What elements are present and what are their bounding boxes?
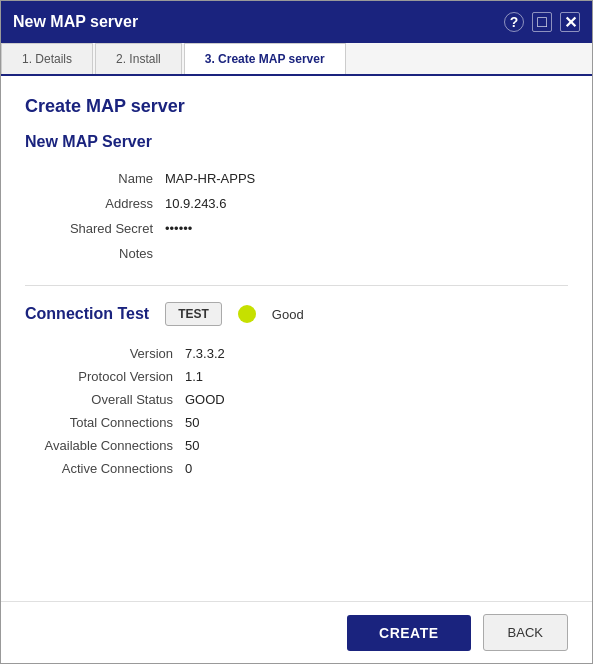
version-label: Version — [25, 346, 185, 361]
active-connections-label: Active Connections — [25, 461, 185, 476]
available-connections-value: 50 — [185, 438, 199, 453]
detail-row-name: Name MAP-HR-APPS — [25, 171, 568, 186]
address-label: Address — [25, 196, 165, 211]
name-label: Name — [25, 171, 165, 186]
info-row-active-connections: Active Connections 0 — [25, 461, 568, 476]
footer: CREATE BACK — [1, 601, 592, 663]
titlebar-controls: ? □ ✕ — [504, 12, 580, 32]
back-button[interactable]: BACK — [483, 614, 568, 651]
connection-test-label: Connection Test — [25, 305, 149, 323]
window-title: New MAP server — [13, 13, 138, 31]
help-icon[interactable]: ? — [504, 12, 524, 32]
connection-info-table: Version 7.3.3.2 Protocol Version 1.1 Ove… — [25, 346, 568, 476]
close-button[interactable]: ✕ — [560, 12, 580, 32]
info-row-protocol-version: Protocol Version 1.1 — [25, 369, 568, 384]
version-value: 7.3.3.2 — [185, 346, 225, 361]
tab-details[interactable]: 1. Details — [1, 43, 93, 74]
detail-row-shared-secret: Shared Secret •••••• — [25, 221, 568, 236]
tab-install[interactable]: 2. Install — [95, 43, 182, 74]
section-title: New MAP Server — [25, 133, 568, 151]
window: New MAP server ? □ ✕ 1. Details 2. Insta… — [0, 0, 593, 664]
test-button[interactable]: TEST — [165, 302, 222, 326]
details-table: Name MAP-HR-APPS Address 10.9.243.6 Shar… — [25, 171, 568, 261]
notes-label: Notes — [25, 246, 165, 261]
detail-row-address: Address 10.9.243.6 — [25, 196, 568, 211]
info-row-available-connections: Available Connections 50 — [25, 438, 568, 453]
tab-create[interactable]: 3. Create MAP server — [184, 43, 346, 74]
overall-status-value: GOOD — [185, 392, 225, 407]
info-row-overall-status: Overall Status GOOD — [25, 392, 568, 407]
detail-row-notes: Notes — [25, 246, 568, 261]
tabs-bar: 1. Details 2. Install 3. Create MAP serv… — [1, 43, 592, 76]
name-value: MAP-HR-APPS — [165, 171, 255, 186]
page-title: Create MAP server — [25, 96, 568, 117]
status-text: Good — [272, 307, 304, 322]
info-row-version: Version 7.3.3.2 — [25, 346, 568, 361]
status-dot — [238, 305, 256, 323]
divider — [25, 285, 568, 286]
overall-status-label: Overall Status — [25, 392, 185, 407]
available-connections-label: Available Connections — [25, 438, 185, 453]
shared-secret-label: Shared Secret — [25, 221, 165, 236]
total-connections-value: 50 — [185, 415, 199, 430]
protocol-version-label: Protocol Version — [25, 369, 185, 384]
active-connections-value: 0 — [185, 461, 192, 476]
address-value: 10.9.243.6 — [165, 196, 226, 211]
content-area: Create MAP server New MAP Server Name MA… — [1, 76, 592, 601]
protocol-version-value: 1.1 — [185, 369, 203, 384]
create-button[interactable]: CREATE — [347, 615, 471, 651]
titlebar: New MAP server ? □ ✕ — [1, 1, 592, 43]
info-row-total-connections: Total Connections 50 — [25, 415, 568, 430]
minimize-button[interactable]: □ — [532, 12, 552, 32]
shared-secret-value: •••••• — [165, 221, 192, 236]
connection-test-row: Connection Test TEST Good — [25, 302, 568, 326]
total-connections-label: Total Connections — [25, 415, 185, 430]
